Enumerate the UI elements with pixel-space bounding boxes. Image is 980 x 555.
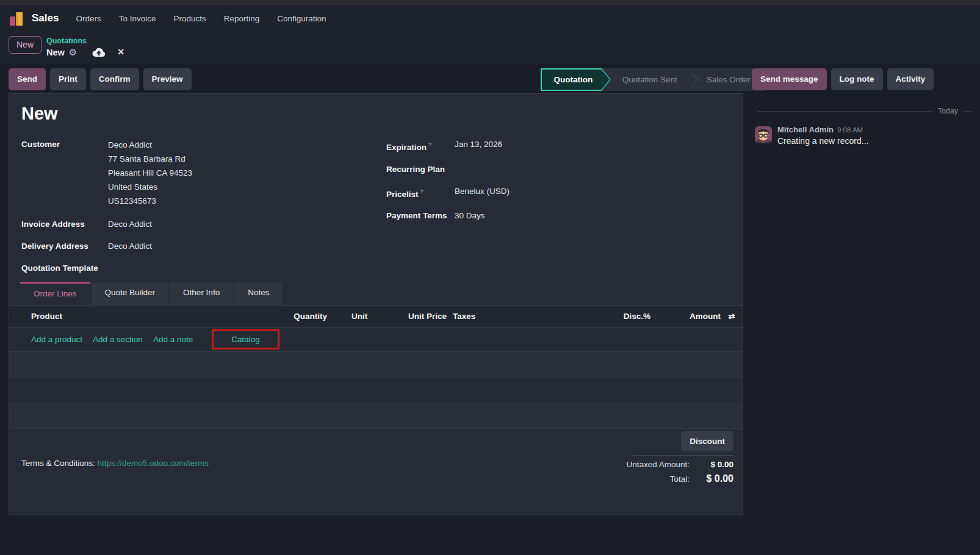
breadcrumb-current: New	[46, 47, 65, 58]
nav-menu: Orders To Invoice Products Reporting Con…	[76, 14, 326, 23]
order-line-empty-row	[9, 403, 743, 429]
window-chrome-strip	[0, 0, 980, 5]
terms-label: Terms & Conditions:	[21, 459, 95, 468]
stage-quotation[interactable]: Quotation	[541, 68, 611, 91]
customer-field[interactable]: Deco Addict 77 Santa Barbara Rd Pleasant…	[108, 138, 192, 208]
col-amount: Amount	[650, 312, 721, 321]
customer-city: Pleasant Hill CA 94523	[108, 166, 192, 180]
divider-label: Today	[938, 107, 958, 115]
add-a-product-link[interactable]: Add a product	[31, 335, 82, 344]
invoice-address-label: Invoice Address	[21, 218, 108, 231]
message-author[interactable]: Mitchell Admin9:08 AM	[777, 125, 863, 134]
add-a-note-link[interactable]: Add a note	[153, 335, 193, 344]
payment-terms-field[interactable]: 30 Days	[455, 209, 485, 223]
breadcrumb: New Quotations New ⚙ ✕	[0, 32, 980, 58]
app-header: Sales Orders To Invoice Products Reporti…	[0, 5, 980, 64]
print-button[interactable]: Print	[50, 68, 86, 90]
totals-block: Untaxed Amount: $ 0.00 Total: $ 0.00	[575, 455, 733, 484]
nav-item-configuration[interactable]: Configuration	[277, 14, 326, 23]
nav-item-products[interactable]: Products	[174, 14, 206, 23]
terms-and-conditions: Terms & Conditions: https://demo5.odoo.c…	[21, 459, 209, 468]
quotation-template-label: Quotation Template	[21, 262, 108, 275]
col-product: Product	[9, 312, 268, 321]
help-icon: ?	[428, 141, 432, 148]
col-unit: Unit	[327, 312, 400, 321]
expiration-label: Expiration?	[386, 138, 455, 154]
customer-name[interactable]: Deco Addict	[108, 138, 192, 152]
nav-item-orders[interactable]: Orders	[76, 14, 101, 23]
discount-button[interactable]: Discount	[681, 431, 733, 451]
pricelist-label: Pricelist?	[386, 185, 455, 201]
catalog-link[interactable]: Catalog	[231, 335, 260, 344]
terms-link[interactable]: https://demo5.odoo.com/terms	[98, 459, 209, 468]
customer-street: 77 Santa Barbara Rd	[108, 152, 192, 166]
record-title: New	[21, 104, 58, 124]
message-body: Creating a new record...	[777, 136, 868, 146]
recurring-plan-label: Recurring Plan	[386, 163, 455, 176]
fields-right-column: Expiration? Jan 13, 2026 Recurring Plan …	[386, 138, 728, 231]
preview-button[interactable]: Preview	[143, 68, 192, 90]
send-message-button[interactable]: Send message	[752, 68, 827, 90]
avatar	[755, 126, 772, 143]
notebook-tabs: Order Lines Quote Builder Other Info Not…	[20, 282, 284, 305]
stage-quotation-sent[interactable]: Quotation Sent	[602, 68, 691, 91]
catalog-highlight-box: Catalog	[212, 329, 279, 349]
help-icon: ?	[420, 188, 424, 195]
delivery-address-label: Delivery Address	[21, 240, 108, 253]
statusbar: Quotation Quotation Sent Sales Order	[541, 68, 765, 91]
breadcrumb-quotations-link[interactable]: Quotations	[46, 37, 124, 46]
customer-label: Customer	[21, 138, 108, 208]
total-value: $ 0.00	[690, 473, 733, 484]
nav-item-to-invoice[interactable]: To Invoice	[119, 14, 156, 23]
fields-left-column: Customer Deco Addict 77 Santa Barbara Rd…	[21, 138, 363, 284]
order-lines-table: Product Quantity Unit Unit Price Taxes D…	[9, 305, 743, 429]
main-navbar: Sales Orders To Invoice Products Reporti…	[0, 5, 980, 32]
log-note-button[interactable]: Log note	[831, 68, 883, 90]
col-unit-price: Unit Price	[400, 312, 447, 321]
tab-notes[interactable]: Notes	[234, 282, 283, 305]
activity-button[interactable]: Activity	[887, 68, 934, 90]
chatter-date-divider: Today	[757, 107, 971, 115]
send-button[interactable]: Send	[9, 68, 46, 90]
col-discount: Disc.%	[609, 312, 650, 321]
chatter-buttons: Send message Log note Activity	[752, 68, 934, 90]
nav-item-reporting[interactable]: Reporting	[224, 14, 260, 23]
total-label: Total:	[670, 474, 690, 484]
order-line-empty-row	[9, 378, 743, 403]
message-time: 9:08 AM	[837, 126, 863, 134]
payment-terms-label: Payment Terms	[386, 209, 455, 223]
tab-other-info[interactable]: Other Info	[170, 282, 233, 305]
invoice-address-field[interactable]: Deco Addict	[108, 218, 152, 231]
sales-app-icon[interactable]	[9, 10, 25, 27]
customer-country: United States	[108, 180, 192, 194]
gear-icon[interactable]: ⚙	[69, 47, 77, 59]
untaxed-amount-label: Untaxed Amount:	[626, 460, 690, 469]
save-cloud-icon[interactable]	[92, 48, 106, 57]
expiration-field[interactable]: Jan 13, 2026	[455, 138, 502, 154]
add-a-section-link[interactable]: Add a section	[93, 335, 143, 344]
add-line-row: Add a product Add a section Add a note C…	[9, 328, 743, 352]
column-adjust-icon[interactable]: ⇄	[721, 312, 743, 321]
tab-quote-builder[interactable]: Quote Builder	[92, 282, 169, 305]
quotation-form-sheet: New Customer Deco Addict 77 Santa Barbar…	[9, 93, 743, 515]
order-line-empty-row	[9, 352, 743, 378]
tab-order-lines[interactable]: Order Lines	[20, 282, 90, 305]
untaxed-amount-value: $ 0.00	[690, 460, 733, 469]
totals-separator	[633, 455, 733, 456]
new-record-button[interactable]: New	[9, 36, 41, 54]
order-lines-header-row: Product Quantity Unit Unit Price Taxes D…	[9, 305, 743, 328]
discard-icon[interactable]: ✕	[117, 47, 124, 58]
confirm-button[interactable]: Confirm	[90, 68, 139, 90]
app-name[interactable]: Sales	[32, 12, 59, 24]
col-quantity: Quantity	[268, 312, 327, 321]
col-taxes: Taxes	[447, 312, 609, 321]
pricelist-field[interactable]: Benelux (USD)	[455, 185, 510, 201]
record-toolbar: Send Print Confirm Preview	[9, 68, 192, 90]
delivery-address-field[interactable]: Deco Addict	[108, 240, 152, 253]
customer-vat: US12345673	[108, 194, 192, 208]
